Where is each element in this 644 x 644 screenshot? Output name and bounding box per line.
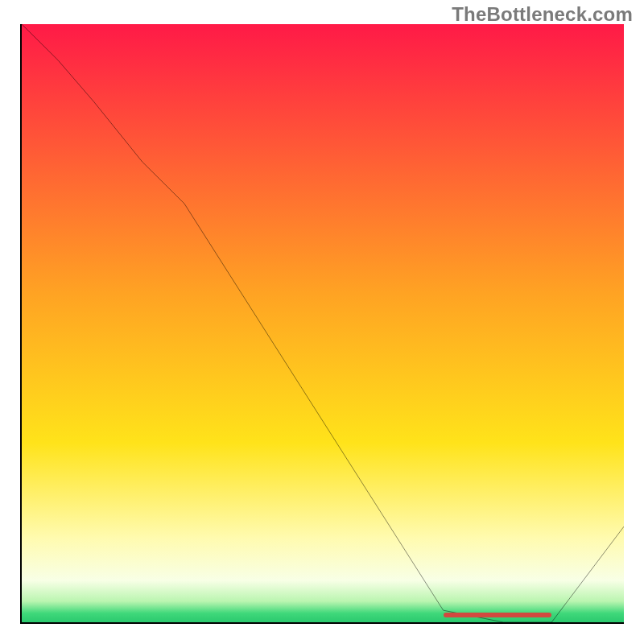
chart-root: TheBottleneck.com bbox=[0, 0, 644, 644]
chart-background bbox=[22, 24, 624, 622]
sweet-spot-marker bbox=[444, 613, 552, 617]
chart-svg bbox=[22, 24, 624, 622]
plot-area bbox=[20, 24, 624, 624]
watermark-text: TheBottleneck.com bbox=[452, 3, 633, 26]
